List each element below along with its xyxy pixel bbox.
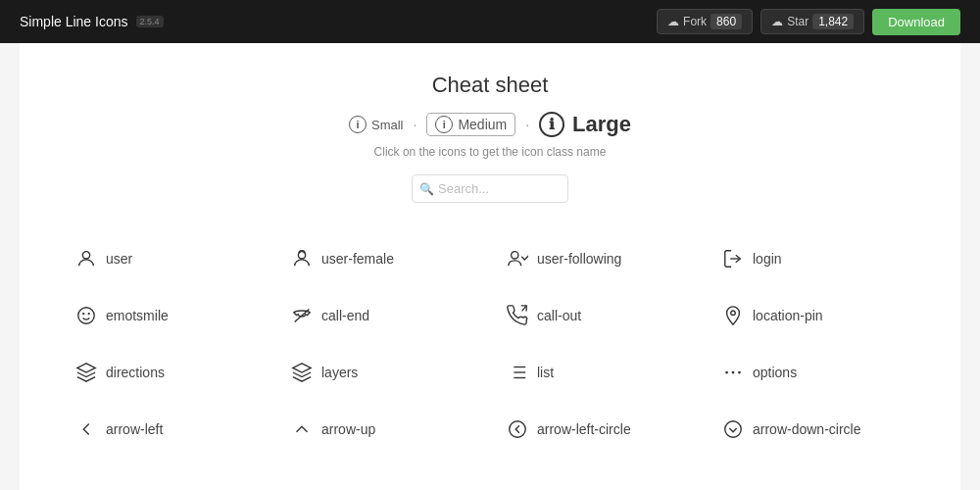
svg-point-22 xyxy=(725,421,742,438)
svg-point-0 xyxy=(82,252,89,259)
svg-point-19 xyxy=(732,371,735,374)
icon-item-user-following[interactable]: user-following xyxy=(490,230,706,287)
github-icon: ☁ xyxy=(667,15,679,28)
svg-point-20 xyxy=(738,371,741,374)
size-medium-label: Medium xyxy=(458,117,507,132)
user-female-label: user-female xyxy=(321,251,394,267)
svg-marker-10 xyxy=(77,364,95,372)
size-large-label: Large xyxy=(572,112,631,137)
fork-label: Fork xyxy=(683,15,707,28)
icon-item-emotsmile[interactable]: emotsmile xyxy=(59,287,274,344)
size-small-label: Small xyxy=(371,118,404,132)
icon-item-arrow-left-circle[interactable]: arrow-left-circle xyxy=(490,401,706,458)
icon-item-arrow-up[interactable]: arrow-up xyxy=(274,401,490,458)
icon-item-user[interactable]: user xyxy=(59,230,274,287)
search-container: 🔍 xyxy=(59,174,921,203)
call-end-icon xyxy=(290,305,314,326)
icons-grid: user user-female user-following login em… xyxy=(59,230,921,458)
user-icon xyxy=(74,248,98,270)
download-button[interactable]: Download xyxy=(872,9,960,35)
small-icon: i xyxy=(349,116,367,133)
icon-item-directions[interactable]: directions xyxy=(59,344,274,401)
layers-icon xyxy=(290,362,314,383)
search-icon: 🔍 xyxy=(419,182,434,196)
svg-point-6 xyxy=(88,314,89,315)
arrow-down-circle-label: arrow-down-circle xyxy=(753,421,860,437)
layers-label: layers xyxy=(321,365,358,380)
fork-count: 860 xyxy=(710,14,742,29)
main-content: Cheat sheet i Small · i Medium · ℹ Large… xyxy=(20,43,960,490)
size-small-option[interactable]: i Small xyxy=(349,116,404,133)
call-out-icon xyxy=(506,305,529,326)
dot-separator-1: · xyxy=(414,117,417,132)
login-label: login xyxy=(753,251,782,267)
arrow-down-circle-icon xyxy=(721,418,745,440)
star-github-icon: ☁ xyxy=(771,15,783,28)
size-large-option[interactable]: ℹ Large xyxy=(539,112,631,137)
search-input[interactable] xyxy=(412,174,568,203)
icon-item-options[interactable]: options xyxy=(706,344,921,401)
size-selector: i Small · i Medium · ℹ Large xyxy=(59,112,921,137)
user-following-icon xyxy=(506,248,529,270)
icon-item-layers[interactable]: layers xyxy=(274,344,490,401)
arrow-up-icon xyxy=(290,418,314,440)
header-right: ☁ Fork 860 ☁ Star 1,842 Download xyxy=(657,9,960,35)
arrow-left-circle-label: arrow-left-circle xyxy=(537,421,631,437)
call-end-label: call-end xyxy=(321,308,369,323)
header-left: Simple Line Icons 2.5.4 xyxy=(20,14,164,29)
dot-separator-2: · xyxy=(525,117,529,132)
icon-item-call-end[interactable]: call-end xyxy=(274,287,490,344)
arrow-left-circle-icon xyxy=(506,418,529,440)
svg-point-5 xyxy=(83,314,84,315)
instruction-text: Click on the icons to get the icon class… xyxy=(59,145,921,159)
arrow-left-label: arrow-left xyxy=(106,421,163,437)
icon-item-list[interactable]: list xyxy=(490,344,706,401)
fork-button[interactable]: ☁ Fork 860 xyxy=(657,9,753,34)
size-medium-option[interactable]: i Medium xyxy=(426,113,515,136)
directions-label: directions xyxy=(106,365,165,380)
options-icon xyxy=(721,362,745,383)
icon-item-call-out[interactable]: call-out xyxy=(490,287,706,344)
version-badge: 2.5.4 xyxy=(136,16,164,27)
star-label: Star xyxy=(787,15,808,28)
user-female-icon xyxy=(290,248,314,270)
arrow-up-label: arrow-up xyxy=(321,421,375,437)
directions-icon xyxy=(74,362,98,383)
icon-item-arrow-left[interactable]: arrow-left xyxy=(59,401,274,458)
icon-item-arrow-down-circle[interactable]: arrow-down-circle xyxy=(706,401,921,458)
large-icon: ℹ xyxy=(539,112,564,137)
emotsmile-icon xyxy=(74,305,98,326)
icon-item-login[interactable]: login xyxy=(706,230,921,287)
page-title: Cheat sheet xyxy=(59,73,921,98)
svg-point-9 xyxy=(731,311,736,316)
icon-item-user-female[interactable]: user-female xyxy=(274,230,490,287)
star-button[interactable]: ☁ Star 1,842 xyxy=(760,9,864,34)
emotsmile-label: emotsmile xyxy=(106,308,169,323)
location-pin-icon xyxy=(721,305,745,326)
svg-marker-11 xyxy=(293,364,311,372)
arrow-left-icon xyxy=(74,418,98,440)
list-icon xyxy=(506,362,529,383)
svg-point-2 xyxy=(512,252,518,259)
medium-icon: i xyxy=(435,116,453,133)
search-input-wrap: 🔍 xyxy=(412,174,568,203)
list-label: list xyxy=(537,365,554,380)
app-title: Simple Line Icons xyxy=(20,14,128,29)
star-count: 1,842 xyxy=(812,14,854,29)
header: Simple Line Icons 2.5.4 ☁ Fork 860 ☁ Sta… xyxy=(0,0,980,43)
user-following-label: user-following xyxy=(537,251,621,267)
svg-point-18 xyxy=(725,371,728,374)
svg-point-21 xyxy=(510,421,526,438)
icon-item-location-pin[interactable]: location-pin xyxy=(706,287,921,344)
call-out-label: call-out xyxy=(537,308,581,323)
user-label: user xyxy=(106,251,132,267)
login-icon xyxy=(721,248,745,270)
location-pin-label: location-pin xyxy=(753,308,823,323)
svg-point-4 xyxy=(78,308,95,324)
options-label: options xyxy=(753,365,797,380)
